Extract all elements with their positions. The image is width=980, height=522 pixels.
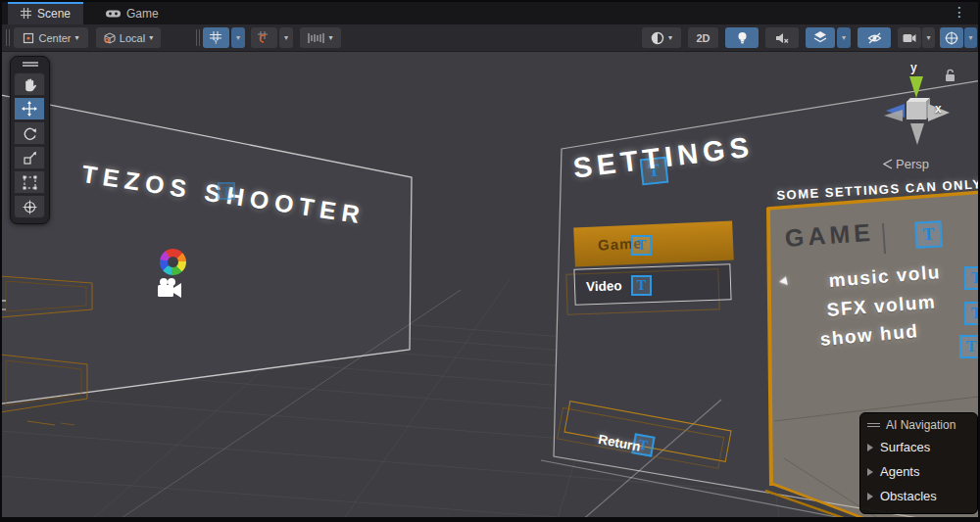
view-tool-button[interactable] (14, 72, 45, 96)
projection-label: Persp (896, 157, 929, 171)
tab-scene-label: Scene (37, 7, 71, 21)
gizmos-icon (945, 31, 958, 45)
ai-navigation-header[interactable]: AI Navigation (860, 413, 977, 435)
chevron-down-icon: ▾ (236, 33, 240, 42)
window-border (0, 517, 980, 522)
2d-mode-toggle[interactable]: 2D (688, 27, 718, 48)
grid-visibility-toggle[interactable]: Y (203, 27, 229, 48)
scene-viewport-drawing (0, 0, 980, 522)
kebab-menu-icon[interactable]: ⋮ (953, 3, 966, 21)
grid-snapping-toggle[interactable] (251, 27, 277, 48)
handle-rotation-dropdown[interactable]: Local ▾ (96, 27, 161, 48)
camera-settings-button[interactable] (898, 27, 921, 48)
effects-icon (813, 31, 827, 44)
lock-icon[interactable] (943, 68, 957, 82)
overlay-drag-handle[interactable] (867, 423, 880, 424)
title-wall-outline (0, 94, 412, 404)
game-panel-row-showhud: show hud (819, 320, 919, 351)
text-gizmo-icon[interactable]: T (914, 220, 942, 248)
scene-lighting-toggle[interactable] (725, 27, 759, 48)
projection-toggle[interactable]: Persp (883, 157, 929, 171)
window-border (0, 0, 2, 522)
overlay-drag-handle[interactable] (23, 62, 38, 64)
chevron-down-icon: ▾ (284, 33, 288, 42)
text-gizmo-icon[interactable]: T (631, 235, 652, 256)
speaker-muted-icon (775, 32, 789, 44)
scene-visibility-toggle[interactable] (858, 27, 891, 48)
game-panel-row-sfx: SFX volum (826, 291, 937, 321)
shaded-mode-icon (651, 31, 664, 45)
chevron-down-icon: ▾ (968, 33, 972, 42)
text-gizmo-letter: T (637, 278, 646, 294)
audio-toggle[interactable] (765, 27, 799, 48)
chevron-down-icon: ▾ (668, 33, 672, 42)
gizmo-y-label: y (910, 61, 917, 74)
spawn-wireframe-boxes (0, 276, 92, 425)
grid-axis-icon: Y (210, 31, 222, 44)
snap-increment-dropdown[interactable]: ▾ (300, 27, 341, 48)
pivot-mode-dropdown[interactable]: Center ▾ (14, 27, 88, 48)
rect-icon (23, 175, 37, 190)
tools-overlay (10, 56, 50, 224)
effects-toggle[interactable] (806, 27, 835, 48)
ai-nav-item-label: Surfaces (880, 440, 930, 454)
gizmo-x-label: x (935, 102, 942, 116)
text-gizmo-icon[interactable]: T (218, 182, 235, 200)
rect-tool-button[interactable] (14, 170, 45, 194)
ai-navigation-title: AI Navigation (886, 418, 956, 432)
handle-rotation-label: Local (120, 32, 145, 44)
scene-grid-icon (21, 8, 31, 19)
camera-gizmo-icon[interactable] (155, 277, 184, 301)
scale-icon (23, 151, 37, 166)
tab-scene[interactable]: Scene (8, 2, 83, 24)
foldout-arrow-icon (867, 493, 873, 500)
grid-visibility-dropdown[interactable]: ▾ (231, 27, 245, 48)
ai-nav-item-label: Obstacles (880, 489, 937, 503)
menu-button-game[interactable]: Game (573, 220, 734, 266)
ai-nav-item-surfaces[interactable]: Surfaces (860, 435, 977, 459)
game-panel-row-music: music volu (828, 261, 942, 292)
camera-settings-dropdown[interactable]: ▾ (922, 27, 935, 48)
persp-arrow-icon (883, 159, 893, 169)
unity-scene-view-window: TEZOS SHOOTER T T SETTINGS SOME SETTINGS… (0, 0, 980, 522)
text-gizmo-letter: T (966, 338, 977, 356)
menu-button-video[interactable]: Video (573, 263, 731, 306)
window-border (0, 0, 980, 2)
rotate-tool-button[interactable] (14, 121, 45, 145)
effects-dropdown[interactable]: ▾ (837, 27, 851, 48)
text-gizmo-icon[interactable]: T (959, 335, 980, 358)
light-bulb-icon (737, 31, 748, 45)
settings-warning-text: SOME SETTINGS CAN ONLY (776, 176, 980, 203)
tab-game-label: Game (126, 7, 159, 21)
flare-gizmo-icon[interactable] (160, 249, 186, 275)
toolbar-separator (196, 29, 197, 46)
text-gizmo-letter: T (637, 238, 646, 254)
ai-nav-item-label: Agents (880, 464, 919, 479)
camera-icon (903, 33, 916, 43)
rotate-icon (23, 126, 37, 141)
grid-snapping-dropdown[interactable]: ▾ (279, 27, 293, 48)
transform-tool-button[interactable] (14, 195, 45, 218)
2d-mode-label: 2D (696, 32, 710, 44)
scale-tool-button[interactable] (14, 146, 45, 169)
snap-increment-icon (308, 32, 324, 44)
pivot-icon (23, 32, 34, 44)
move-tool-button[interactable] (14, 97, 45, 120)
tab-game[interactable]: Game (93, 2, 172, 24)
text-cursor (882, 223, 886, 254)
gizmos-toggle[interactable] (940, 27, 963, 48)
chevron-down-icon: ▾ (75, 33, 79, 42)
toolbar-separator (6, 29, 7, 46)
down-axis-cone[interactable] (910, 123, 924, 145)
gizmo-cube-top (906, 98, 930, 102)
gizmos-dropdown[interactable]: ▾ (964, 27, 977, 48)
gizmo-cube[interactable] (906, 102, 926, 119)
ai-nav-item-agents[interactable]: Agents (860, 459, 977, 484)
transform-icon (23, 200, 37, 214)
y-axis-cone[interactable] (909, 76, 923, 98)
draw-mode-dropdown[interactable]: ▾ (642, 27, 681, 48)
tab-bar: Scene Game ⋮ (0, 0, 980, 24)
ai-nav-item-obstacles[interactable]: Obstacles (860, 484, 977, 508)
text-gizmo-icon[interactable]: T (631, 275, 652, 296)
chevron-down-icon: ▾ (842, 33, 846, 42)
